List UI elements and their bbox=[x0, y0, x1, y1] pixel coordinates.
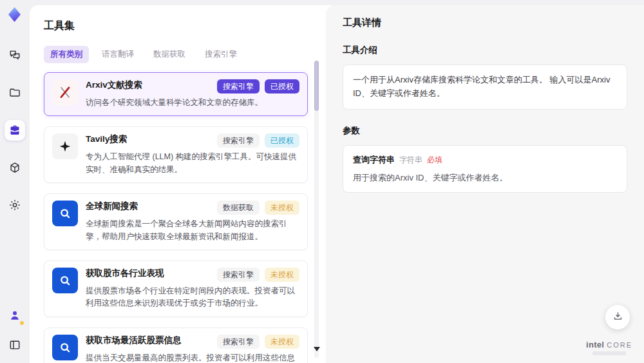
brand-subtext-bar bbox=[592, 351, 626, 355]
param-required-badge: 必填 bbox=[427, 155, 442, 166]
intel-core-logo: intel CORE bbox=[586, 340, 632, 355]
sidebar-item-settings[interactable] bbox=[5, 195, 25, 215]
category-badge: 搜索引擎 bbox=[217, 79, 260, 93]
tab-2[interactable]: 数据获取 bbox=[147, 46, 192, 63]
category-tabs: 所有类别语言翻译数据获取搜索引擎 bbox=[44, 46, 308, 63]
sidebar-item-chat[interactable] bbox=[5, 45, 25, 66]
auth-status-badge: 未授权 bbox=[265, 335, 299, 349]
toolbox-icon bbox=[8, 124, 21, 137]
category-badge: 搜索引擎 bbox=[217, 335, 260, 349]
details-title: 工具详情 bbox=[343, 17, 627, 29]
tool-name: Arxiv文献搜索 bbox=[86, 79, 142, 92]
tool-card-3[interactable]: 获取股市各行业表现 搜索引擎 未授权 提供股票市场各个行业在特定时间段内的表现。… bbox=[44, 260, 308, 317]
list-scrollbar[interactable] bbox=[314, 61, 319, 358]
tab-0[interactable]: 所有类别 bbox=[44, 46, 89, 63]
tool-description: 专为人工智能代理 (LLM) 构建的搜索引擎工具。可快速提供实时、准确和真实的结… bbox=[86, 151, 299, 176]
scroll-down-arrow[interactable] bbox=[314, 347, 320, 351]
chat-icon bbox=[8, 49, 21, 62]
download-icon bbox=[612, 311, 623, 324]
category-badge: 数据获取 bbox=[217, 201, 260, 215]
sidebar-item-tools[interactable] bbox=[5, 120, 25, 141]
tool-name: Tavily搜索 bbox=[86, 133, 127, 146]
arxiv-icon bbox=[52, 79, 78, 105]
gear-icon bbox=[8, 199, 21, 211]
folder-icon bbox=[8, 86, 21, 99]
intro-card: 一个用于从Arxiv存储库搜索科学论文和文章的工具。 输入可以是Arxiv ID… bbox=[343, 64, 627, 110]
category-badge: 搜索引擎 bbox=[217, 268, 260, 282]
intro-text: 一个用于从Arxiv存储库搜索科学论文和文章的工具。 输入可以是Arxiv ID… bbox=[353, 74, 617, 101]
app-window: 工具集 所有类别语言翻译数据获取搜索引擎 Arxiv文献搜索 搜索引擎 已授权 … bbox=[0, 0, 644, 363]
cube-icon bbox=[8, 161, 21, 174]
tool-card-2[interactable]: 全球新闻搜索 数据获取 未授权 全球新闻搜索是一个聚合全球各大新闻网站内容的搜索… bbox=[44, 193, 308, 250]
tab-1[interactable]: 语言翻译 bbox=[95, 46, 140, 63]
tool-cards-list: Arxiv文献搜索 搜索引擎 已授权 访问各个研究领域大量科学论文和文章的存储库… bbox=[44, 72, 308, 363]
blue-search-icon bbox=[52, 201, 78, 226]
tool-description: 提供股票市场各个行业在特定时间段内的表现。投资者可以利用这些信息来识别表现优于或… bbox=[86, 285, 299, 310]
blue-search-icon bbox=[52, 268, 78, 293]
user-avatar[interactable] bbox=[5, 305, 25, 326]
tool-name: 获取股市各行业表现 bbox=[86, 268, 164, 280]
sidebar-item-files[interactable] bbox=[5, 83, 25, 103]
intro-heading: 工具介绍 bbox=[343, 44, 627, 56]
user-icon bbox=[8, 309, 21, 322]
app-logo[interactable] bbox=[6, 6, 23, 23]
tab-3[interactable]: 搜索引擎 bbox=[198, 46, 243, 63]
tool-description: 提供当天交易量最高的股票列表。投资者可以利用这些信息来识别流动性强的股票和潜在的… bbox=[86, 352, 299, 363]
tool-description: 全球新闻搜索是一个聚合全球各大新闻网站内容的搜索引擎，帮助用户快速获取全球最新资… bbox=[86, 218, 299, 243]
tools-list-pane: 工具集 所有类别语言翻译数据获取搜索引擎 Arxiv文献搜索 搜索引擎 已授权 … bbox=[30, 5, 321, 363]
tool-name: 全球新闻搜索 bbox=[86, 201, 138, 213]
tavily-icon bbox=[52, 133, 78, 159]
auth-status-badge: 未授权 bbox=[265, 268, 299, 282]
blue-search-icon bbox=[52, 335, 78, 360]
tool-card-4[interactable]: 获取市场最活跃股票信息 搜索引擎 未授权 提供当天交易量最高的股票列表。投资者可… bbox=[44, 328, 308, 363]
main-sheet: 工具集 所有类别语言翻译数据获取搜索引擎 Arxiv文献搜索 搜索引擎 已授权 … bbox=[30, 5, 644, 363]
gem-icon bbox=[8, 7, 21, 22]
auth-status-badge: 未授权 bbox=[265, 201, 299, 215]
brand-core: CORE bbox=[607, 341, 632, 349]
collapse-sidebar-button[interactable] bbox=[5, 335, 25, 355]
tool-name: 获取市场最活跃股票信息 bbox=[86, 335, 182, 347]
sidebar-item-packages[interactable] bbox=[5, 157, 25, 178]
tool-description: 访问各个研究领域大量科学论文和文章的存储库。 bbox=[86, 97, 299, 109]
auth-status-badge: 已授权 bbox=[265, 133, 299, 148]
page-title: 工具集 bbox=[44, 19, 308, 33]
scrollbar-thumb[interactable] bbox=[314, 61, 319, 111]
tool-card-1[interactable]: Tavily搜索 搜索引擎 已授权 专为人工智能代理 (LLM) 构建的搜索引擎… bbox=[44, 126, 308, 183]
param-type: 字符串 bbox=[399, 155, 422, 166]
download-button[interactable] bbox=[605, 305, 630, 329]
tool-card-0[interactable]: Arxiv文献搜索 搜索引擎 已授权 访问各个研究领域大量科学论文和文章的存储库… bbox=[44, 72, 308, 116]
param-card: 查询字符串 字符串 必填 用于搜索的Arxiv ID、关键字或作者姓名。 bbox=[343, 145, 627, 193]
tool-details-pane: 工具详情 工具介绍 一个用于从Arxiv存储库搜索科学论文和文章的工具。 输入可… bbox=[326, 5, 644, 363]
auth-status-badge: 已授权 bbox=[265, 79, 299, 93]
param-name: 查询字符串 bbox=[353, 154, 395, 166]
panel-layout-icon bbox=[8, 338, 21, 351]
left-rail bbox=[0, 0, 30, 363]
params-heading: 参数 bbox=[343, 125, 627, 137]
brand-intel: intel bbox=[586, 340, 604, 349]
param-description: 用于搜索的Arxiv ID、关键字或作者姓名。 bbox=[353, 172, 617, 184]
category-badge: 搜索引擎 bbox=[217, 133, 260, 148]
status-dot bbox=[20, 321, 24, 325]
